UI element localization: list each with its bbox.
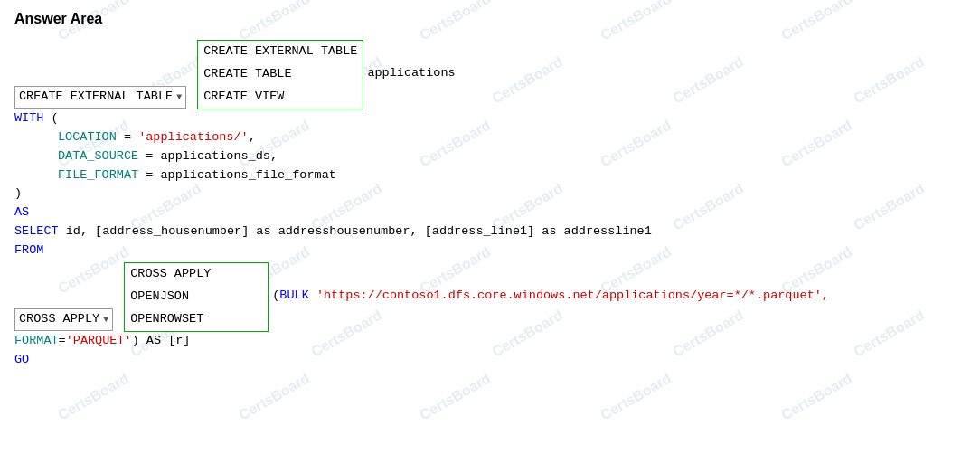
select-rest-text: id, [address_housenumber] as addresshous…: [66, 224, 652, 238]
dropdown2-arrow: ▼: [103, 313, 108, 327]
dropdown1-option-create-external-table[interactable]: CREATE EXTERNAL TABLE: [198, 41, 363, 63]
format-eq: =: [59, 332, 66, 351]
location-keyword: LOCATION: [58, 128, 117, 147]
format-keyword: FORMAT: [14, 332, 59, 351]
with-keyword: WITH: [14, 109, 43, 128]
dropdown1-container[interactable]: CREATE EXTERNAL TABLE ▼ CREATE EXTERNAL …: [14, 38, 363, 109]
fileformat-eq: =: [138, 166, 160, 185]
select-keyword: SELECT: [14, 222, 59, 241]
from-keyword: FROM: [14, 241, 43, 260]
format-value: 'PARQUET': [66, 332, 132, 351]
line-datasource: DATA_SOURCE = applications_ds,: [58, 147, 966, 166]
dropdown2-selected: CROSS APPLY: [19, 310, 99, 329]
applications-label: applications: [367, 64, 455, 83]
dropdown2-option-cross-apply[interactable]: CROSS APPLY: [125, 263, 268, 286]
line-with: WITH (: [14, 109, 966, 128]
datasource-keyword: DATA_SOURCE: [58, 147, 138, 166]
dropdown1-list[interactable]: CREATE EXTERNAL TABLE CREATE TABLE CREAT…: [197, 40, 363, 109]
code-block: CREATE EXTERNAL TABLE ▼ CREATE EXTERNAL …: [14, 38, 966, 370]
format-rest: ) AS [r]: [132, 332, 191, 351]
dropdown2-trigger[interactable]: CROSS APPLY ▼: [14, 308, 113, 331]
as-keyword: AS: [14, 203, 29, 222]
dropdown2-container[interactable]: CROSS APPLY ▼ CROSS APPLY OPENJSON OPENR…: [14, 260, 269, 332]
dropdown1-trigger[interactable]: CREATE EXTERNAL TABLE ▼: [14, 86, 186, 109]
datasource-eq: =: [138, 147, 160, 166]
bulk-paren: (: [272, 287, 279, 306]
location-eq: =: [117, 128, 138, 147]
fileformat-keyword: FILE_FORMAT: [58, 166, 138, 185]
dropdown2-list[interactable]: CROSS APPLY OPENJSON OPENROWSET: [124, 262, 269, 332]
dropdown1-arrow: ▼: [176, 90, 182, 105]
datasource-value: applications_ds,: [160, 147, 278, 166]
line-go: GO: [14, 351, 966, 370]
go-keyword: GO: [14, 351, 29, 370]
main-content: Answer Area CREATE EXTERNAL TABLE ▼ CREA…: [0, 0, 980, 381]
line-select: SELECT id, [address_housenumber] as addr…: [14, 222, 966, 241]
line-openrowset: CROSS APPLY ▼ CROSS APPLY OPENJSON OPENR…: [14, 260, 966, 332]
line-create: CREATE EXTERNAL TABLE ▼ CREATE EXTERNAL …: [14, 38, 966, 109]
line-format: FORMAT = 'PARQUET' ) AS [r]: [14, 332, 966, 351]
bulk-keyword: BULK: [279, 287, 308, 306]
bulk-value: 'https://contoso1.dfs.core.windows.net/a…: [316, 287, 829, 306]
dropdown2-option-openrowset[interactable]: OPENROWSET: [125, 308, 268, 331]
select-rest: id, [address_housenumber] as addresshous…: [59, 222, 652, 241]
dropdown1-option-create-table[interactable]: CREATE TABLE: [198, 63, 363, 86]
dropdown1-selected: CREATE EXTERNAL TABLE: [19, 88, 173, 107]
location-value: 'applications/': [138, 128, 249, 147]
location-comma: ,: [249, 128, 256, 147]
with-paren: (: [43, 109, 58, 128]
bulk-space: [309, 287, 316, 306]
dropdown1-option-create-view[interactable]: CREATE VIEW: [198, 86, 363, 109]
line-close-paren: ): [14, 184, 966, 203]
close-paren: ): [14, 184, 22, 203]
line-location: LOCATION = 'applications/',: [58, 128, 966, 147]
line-fileformat: FILE_FORMAT = applications_file_format: [58, 166, 966, 185]
dropdown2-option-openjson[interactable]: OPENJSON: [125, 286, 268, 308]
line-from: FROM: [14, 241, 966, 260]
line-as: AS: [14, 203, 966, 222]
page-title: Answer Area: [14, 11, 966, 27]
fileformat-value: applications_file_format: [160, 166, 335, 185]
